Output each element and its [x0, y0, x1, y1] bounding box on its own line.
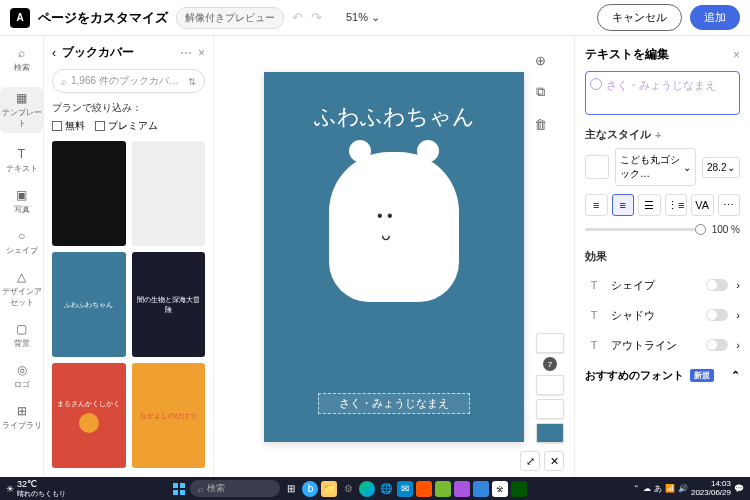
- ghost-shape[interactable]: • • ᴗ: [329, 152, 459, 302]
- layer-thumb[interactable]: [536, 399, 564, 419]
- effect-outline[interactable]: Tアウトライン›: [585, 330, 740, 360]
- templates-grid: ふわふわちゃん 闇の生物と深海大冒険 まるさんかくしかく なかよしのひけつ きせ…: [52, 141, 205, 469]
- outline-toggle[interactable]: [706, 339, 728, 351]
- recommended-fonts[interactable]: おすすめのフォント新規⌃: [585, 368, 740, 383]
- bing-icon[interactable]: b: [302, 481, 318, 497]
- effect-shadow[interactable]: Tシャドウ›: [585, 300, 740, 330]
- slack-icon[interactable]: ※: [492, 481, 508, 497]
- app-icon[interactable]: [435, 481, 451, 497]
- font-size-input[interactable]: 28.2⌄: [702, 157, 740, 178]
- templates-icon: ▦: [15, 91, 29, 105]
- align-left-button[interactable]: ≡: [585, 194, 608, 216]
- tray-chevron-icon[interactable]: ⌃: [633, 484, 640, 493]
- shadow-toggle[interactable]: [706, 309, 728, 321]
- svg-rect-0: [173, 483, 178, 488]
- wifi-icon[interactable]: 📶: [665, 484, 675, 493]
- template-card[interactable]: なかよしのひけつ: [132, 363, 206, 468]
- chevron-down-icon: ⌄: [683, 162, 691, 173]
- edge-icon[interactable]: [359, 481, 375, 497]
- template-card[interactable]: まるさんかくしかく: [52, 363, 126, 468]
- explorer-icon[interactable]: 📁: [321, 481, 337, 497]
- layer-thumb[interactable]: [536, 375, 564, 395]
- chevron-right-icon: ›: [736, 309, 740, 321]
- artboard-title[interactable]: ふわふわちゃん: [314, 102, 475, 132]
- onedrive-icon[interactable]: ☁: [643, 484, 651, 493]
- ime-indicator[interactable]: あ: [654, 483, 662, 494]
- align-bullet-button[interactable]: ⋮≡: [665, 194, 688, 216]
- opacity-slider[interactable]: [585, 228, 706, 231]
- weather-widget[interactable]: ☀ 32℃晴れのちくもり: [6, 479, 66, 499]
- rail-text[interactable]: Tテキスト: [0, 147, 43, 174]
- rail-assets[interactable]: △デザインアセット: [0, 270, 43, 308]
- close-icon[interactable]: ✕: [544, 451, 564, 471]
- bg-icon: ▢: [15, 322, 29, 336]
- rail-photo[interactable]: ▣写真: [0, 188, 43, 215]
- main-style-label: 主なスタイル+: [585, 127, 740, 142]
- expand-icon[interactable]: ⤢: [520, 451, 540, 471]
- app-icon[interactable]: [511, 481, 527, 497]
- rail-shape[interactable]: ○シェイプ: [0, 229, 43, 256]
- add-page-icon[interactable]: ⊕: [530, 50, 550, 70]
- chevron-right-icon: ›: [736, 279, 740, 291]
- artboard[interactable]: ふわふわちゃん • • ᴗ さく・みょうじなまえ +: [264, 72, 524, 442]
- app-icon[interactable]: [416, 481, 432, 497]
- app-icon[interactable]: [454, 481, 470, 497]
- layer-thumb[interactable]: [536, 333, 564, 353]
- duplicate-icon[interactable]: ⧉: [530, 82, 550, 102]
- template-card[interactable]: [132, 141, 206, 246]
- search-input[interactable]: ⌕ 1,966 件のブックカバ… ⇅: [52, 69, 205, 93]
- panel-title: ブックカバー: [62, 44, 174, 61]
- author-textfield[interactable]: さく・みょうじなまえ: [318, 393, 470, 414]
- chrome-icon[interactable]: 🌐: [378, 481, 394, 497]
- start-icon[interactable]: [171, 481, 187, 497]
- taskbar-search[interactable]: ⌕検索: [190, 480, 280, 497]
- font-select[interactable]: こども丸ゴシック…⌄: [615, 148, 696, 186]
- chevron-down-icon: ⌄: [727, 162, 735, 173]
- clock[interactable]: 14:032023/06/29: [691, 480, 731, 498]
- notifications-icon[interactable]: 💬: [734, 484, 744, 493]
- filter-free-checkbox[interactable]: 無料: [52, 119, 85, 133]
- effect-shape[interactable]: Tシェイプ›: [585, 270, 740, 300]
- svg-rect-1: [180, 483, 185, 488]
- close-rpanel-icon[interactable]: ×: [733, 48, 740, 62]
- preview-button[interactable]: 解像付きプレビュー: [176, 7, 284, 29]
- mail-icon[interactable]: ✉: [397, 481, 413, 497]
- back-icon[interactable]: ‹: [52, 46, 56, 60]
- close-panel-icon[interactable]: ×: [198, 46, 205, 60]
- zoom-level[interactable]: 51% ⌄: [346, 11, 380, 24]
- more-icon[interactable]: ⋯: [180, 46, 192, 60]
- left-rail: ⌕検索 ▦テンプレート Tテキスト ▣写真 ○シェイプ △デザインアセット ▢背…: [0, 36, 44, 477]
- text-content-input[interactable]: さく・みょうじなまえ: [585, 71, 740, 115]
- topbar: A ページをカスタマイズ 解像付きプレビュー ↶ ↷ 51% ⌄ キャンセル 追…: [0, 0, 750, 36]
- filter-premium-checkbox[interactable]: プレミアム: [95, 119, 158, 133]
- template-card[interactable]: [52, 141, 126, 246]
- delete-icon[interactable]: 🗑: [530, 114, 550, 134]
- filter-icon[interactable]: ⇅: [188, 76, 196, 87]
- task-view-icon[interactable]: ⊞: [283, 481, 299, 497]
- align-center-button[interactable]: ≡: [612, 194, 635, 216]
- template-card[interactable]: ふわふわちゃん: [52, 252, 126, 357]
- undo-icon[interactable]: ↶: [292, 10, 303, 25]
- edit-text-title: テキストを編集: [585, 46, 669, 63]
- more-align-button[interactable]: ⋯: [718, 194, 741, 216]
- rail-library[interactable]: ⊞ライブラリ: [0, 404, 43, 431]
- settings-icon[interactable]: ⚙: [340, 481, 356, 497]
- spacing-button[interactable]: VA: [691, 194, 714, 216]
- app-icon[interactable]: [473, 481, 489, 497]
- add-button[interactable]: 追加: [690, 5, 740, 30]
- cancel-button[interactable]: キャンセル: [597, 4, 682, 31]
- canvas[interactable]: ⊕ ⧉ 🗑 ふわふわちゃん • • ᴗ さく・みょうじなまえ + 7 ⤢: [214, 36, 574, 477]
- search-icon: ⌕: [15, 46, 29, 60]
- template-card[interactable]: 闇の生物と深海大冒険: [132, 252, 206, 357]
- shape-toggle[interactable]: [706, 279, 728, 291]
- rail-bg[interactable]: ▢背景: [0, 322, 43, 349]
- rail-logo[interactable]: ◎ロゴ: [0, 363, 43, 390]
- app-logo: A: [10, 8, 30, 28]
- align-list-button[interactable]: ☰: [638, 194, 661, 216]
- layer-thumb[interactable]: [536, 423, 564, 443]
- rail-templates[interactable]: ▦テンプレート: [0, 87, 43, 133]
- color-swatch[interactable]: [585, 155, 609, 179]
- rail-search[interactable]: ⌕検索: [0, 46, 43, 73]
- redo-icon[interactable]: ↷: [311, 10, 322, 25]
- volume-icon[interactable]: 🔊: [678, 484, 688, 493]
